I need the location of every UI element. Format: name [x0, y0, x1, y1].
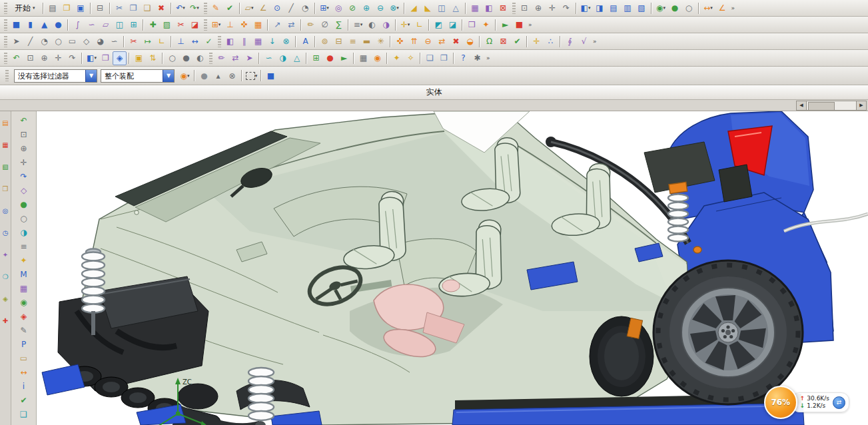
annotate-icon[interactable]: ✎ — [17, 324, 31, 336]
slot-icon[interactable]: ▬ — [360, 35, 374, 49]
save-bookmark-icon[interactable]: ✦ — [390, 51, 404, 65]
move-object-icon[interactable]: ➤ — [242, 51, 256, 65]
sketch-icon[interactable]: ✎ — [209, 1, 223, 15]
visual-effects-icon[interactable]: ▦ — [17, 282, 31, 294]
scroll-right-button[interactable]: ▶ — [856, 101, 867, 111]
suppress-feature-icon[interactable]: ∅ — [318, 18, 332, 32]
rear-wheel[interactable] — [653, 260, 803, 404]
car-assembly-model[interactable]: ZC — [37, 111, 868, 425]
toolbar-grip[interactable] — [4, 19, 7, 31]
quick-trim-icon[interactable]: ✂ — [127, 35, 141, 49]
context-help-icon[interactable]: ? — [456, 51, 470, 65]
print-icon[interactable]: ⊟ — [93, 1, 107, 15]
rotate-scene-icon[interactable]: ↷ — [65, 51, 79, 65]
datum-axis-icon[interactable]: ∠ — [256, 1, 270, 15]
wireframe-icon[interactable]: ○ — [682, 1, 696, 15]
lights-icon[interactable]: ✦ — [17, 254, 31, 266]
reuse-library-icon[interactable]: ❒ — [1, 184, 11, 194]
arc-icon[interactable]: ◔ — [298, 1, 312, 15]
rotate-view-icon[interactable]: ↷ — [560, 1, 574, 15]
subtract-icon[interactable]: ⊖ — [374, 1, 388, 15]
isometric-view-icon[interactable]: ◨ — [593, 1, 607, 15]
toolbar-overflow-icon[interactable]: » — [593, 38, 597, 45]
toolbar-grip[interactable] — [5, 70, 9, 81]
pan-icon[interactable]: ✛ — [546, 1, 560, 15]
snap-point-icon[interactable]: ◉ — [370, 51, 384, 65]
chevron-down-icon[interactable]: ▼ — [85, 70, 97, 82]
layer-settings-icon[interactable]: ≡▾ — [351, 18, 365, 32]
block-icon[interactable]: ■ — [9, 18, 23, 32]
top-view-icon[interactable]: ▤ — [607, 1, 621, 15]
apply-bookmark-icon[interactable]: ✧ — [404, 51, 418, 65]
pan-view-side-icon[interactable]: ✛ — [17, 157, 31, 169]
toolbar-overflow-icon[interactable]: » — [486, 55, 490, 61]
revolve-icon[interactable]: ◎ — [332, 1, 346, 15]
accelerator-ball[interactable]: 76% — [764, 386, 797, 419]
check-mate-icon[interactable]: ✔ — [17, 394, 31, 406]
move-face-icon[interactable]: ✜ — [393, 35, 407, 49]
edge-blend-icon[interactable]: ◢ — [407, 1, 421, 15]
part-navigator-icon[interactable]: ▧ — [1, 162, 11, 172]
text-icon[interactable]: A — [298, 35, 312, 49]
point-set-icon[interactable]: ∴ — [544, 35, 558, 49]
new-section-view-icon[interactable]: ◩ — [432, 18, 446, 32]
chamfer-icon[interactable]: ◣ — [421, 1, 435, 15]
rectangle-select-icon[interactable]: ▾ — [244, 69, 258, 83]
move-to-layer-icon[interactable]: ⇅ — [146, 51, 160, 65]
intersect-icon[interactable]: ⊗▾ — [388, 1, 402, 15]
process-studio-icon[interactable]: ✦ — [1, 250, 11, 260]
scroll-track[interactable] — [807, 101, 856, 111]
hide-object-icon[interactable]: ○ — [165, 51, 179, 65]
pmi-icon[interactable]: P — [17, 338, 31, 350]
refresh-display-icon[interactable]: ↶ — [17, 115, 31, 127]
make-corner-icon[interactable]: ∟ — [155, 35, 169, 49]
split-body-icon[interactable]: ◪ — [188, 18, 202, 32]
toolbar-grip[interactable] — [209, 53, 213, 64]
draft-analysis-icon[interactable]: △ — [290, 51, 304, 65]
front-view-icon[interactable]: ▥ — [621, 1, 635, 15]
object-display-icon[interactable]: ✏ — [215, 51, 228, 65]
draft-icon[interactable]: △ — [449, 1, 463, 15]
add-component-icon[interactable]: ⊞▾ — [209, 18, 223, 32]
mirror-feature-icon[interactable]: ◧ — [482, 1, 496, 15]
layer-visible-icon[interactable]: ≡ — [17, 240, 31, 252]
sketch-arc-icon[interactable]: ◔ — [37, 35, 51, 49]
stop-animation-icon[interactable]: ■ — [512, 18, 526, 32]
graphics-window[interactable]: ZC 76% ↑ 30.6K/s ↓ 1.2K/s — [37, 111, 868, 425]
curve-analysis-icon[interactable]: ∽ — [262, 51, 276, 65]
refresh-icon[interactable]: ↶ — [9, 51, 23, 65]
record-macro-icon[interactable]: ● — [323, 51, 337, 65]
constraint-navigator-icon[interactable]: ▦ — [1, 140, 11, 150]
interpart-link-icon[interactable]: ⇄ — [284, 18, 298, 32]
true-shading-icon[interactable]: ◉ — [17, 296, 31, 308]
ray-traced-studio-icon[interactable]: ◈ — [17, 310, 31, 322]
export-image-icon[interactable]: ❑ — [17, 408, 31, 420]
rib-icon[interactable]: ≡ — [346, 35, 360, 49]
zoom-in-icon[interactable]: ⊕ — [37, 51, 51, 65]
sketch-line-icon[interactable]: ╱ — [23, 35, 37, 49]
shaded-with-edges-icon[interactable]: ◉▾ — [654, 1, 668, 15]
right-view-icon[interactable]: ▧ — [635, 1, 649, 15]
replace-face-icon[interactable]: ⇄ — [435, 35, 449, 49]
wireframe-display-icon[interactable]: ○ — [17, 212, 31, 224]
measure-tool-icon[interactable]: ↔ — [17, 366, 31, 378]
sew-icon[interactable]: ✚ — [146, 18, 160, 32]
cylinder-icon[interactable]: ▮ — [23, 18, 37, 32]
offset-curve-icon[interactable]: ∥ — [237, 35, 251, 49]
line-icon[interactable]: ╱ — [284, 1, 298, 15]
cascade-windows-icon[interactable]: ❏ — [423, 51, 437, 65]
profile-icon[interactable]: ➤ — [9, 35, 23, 49]
patch-body-icon[interactable]: ▨ — [160, 18, 174, 32]
measure-angle-icon[interactable]: ∠ — [715, 1, 729, 15]
hd3d-tools-icon[interactable]: ◎ — [1, 206, 11, 216]
highlight-ball-icon[interactable]: ● — [197, 69, 211, 83]
unite-icon[interactable]: ⊕ — [360, 1, 374, 15]
resize-blend-icon[interactable]: ◒ — [463, 35, 477, 49]
snap-point-toggle-icon[interactable]: ◉▾ — [178, 69, 192, 83]
undo-icon[interactable]: ↶▾ — [174, 1, 188, 15]
toolbar-grip[interactable] — [204, 3, 207, 14]
toolbar-overflow-icon[interactable]: » — [528, 21, 532, 28]
top-selection-priority-icon[interactable]: ▴ — [211, 69, 225, 83]
new-file-icon[interactable]: ▤ — [46, 1, 60, 15]
intersection-curve-icon[interactable]: ⊗ — [279, 35, 293, 49]
